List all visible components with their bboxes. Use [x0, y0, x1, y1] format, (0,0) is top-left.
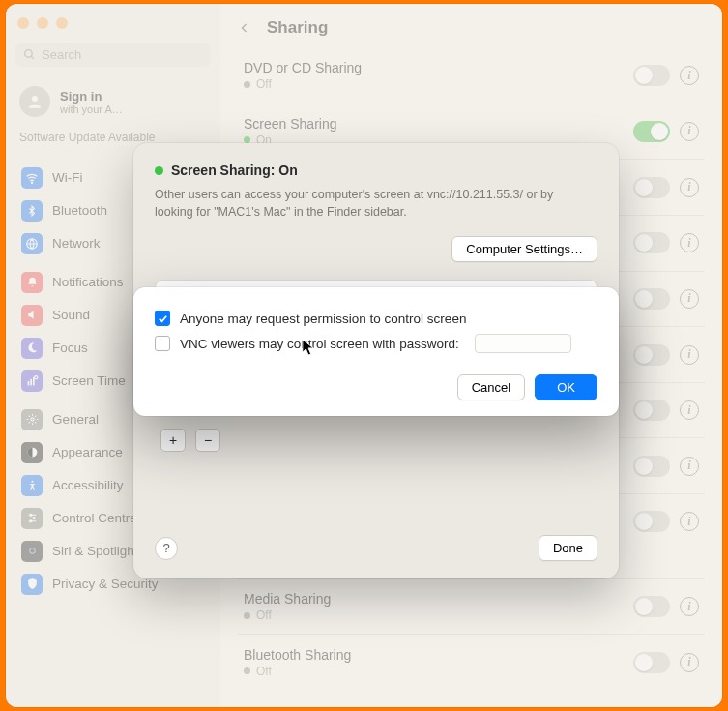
svg-line-1 [31, 56, 34, 59]
sidebar-item-label: Privacy & Security [52, 577, 159, 591]
svg-rect-5 [27, 381, 29, 385]
page-title: Sharing [267, 18, 328, 38]
zoom-window-button[interactable] [56, 17, 68, 29]
account-name: Sign in [60, 89, 123, 104]
toggle[interactable] [633, 456, 670, 477]
svg-point-16 [33, 518, 35, 519]
info-button[interactable]: i [680, 178, 699, 197]
access-icon [21, 475, 43, 496]
row-title: Media Sharing [244, 591, 331, 607]
sidebar-item-label: Control Centre [52, 511, 137, 525]
control-icon [21, 508, 43, 529]
svg-point-8 [34, 376, 37, 379]
sidebar-item-label: Bluetooth [52, 203, 107, 218]
row-status: Off [256, 665, 272, 678]
search-placeholder: Search [42, 47, 81, 62]
option-anyone-request[interactable]: Anyone may request permission to control… [155, 307, 597, 330]
toggle[interactable] [633, 177, 670, 198]
wifi-icon [21, 167, 43, 189]
row-title: DVD or CD Sharing [244, 60, 362, 75]
sidebar-item-label: Accessibility [52, 478, 124, 492]
sidebar-item-label: Siri & Spotlight [52, 544, 138, 558]
account-row[interactable]: Sign in with your A… [15, 80, 211, 127]
sheet-title-row: Screen Sharing: On [155, 163, 597, 178]
svg-point-9 [30, 418, 33, 421]
status-dot-icon [244, 612, 250, 619]
help-icon: ? [162, 541, 169, 555]
minus-icon: − [204, 432, 212, 448]
svg-point-18 [27, 546, 38, 556]
option-vnc-password-label: VNC viewers may control screen with pass… [180, 337, 459, 351]
search-icon [23, 48, 36, 61]
remove-user-button[interactable]: − [195, 429, 220, 452]
info-button[interactable]: i [680, 512, 699, 531]
info-button[interactable]: i [680, 457, 699, 476]
toggle[interactable] [633, 121, 670, 142]
toggle[interactable] [633, 65, 670, 86]
row-title: Screen Sharing [244, 116, 337, 132]
toggle[interactable] [633, 400, 670, 421]
info-button[interactable]: i [680, 653, 699, 672]
option-vnc-password[interactable]: VNC viewers may control screen with pass… [155, 330, 597, 357]
plus-icon: + [169, 432, 177, 448]
gear-icon [21, 409, 43, 430]
info-button[interactable]: i [680, 345, 699, 365]
vnc-password-field[interactable] [475, 334, 571, 353]
account-sub: with your A… [60, 104, 123, 115]
computer-settings-dialog: Anyone may request permission to control… [133, 287, 619, 416]
sidebar-item-label: Appearance [52, 445, 123, 459]
appearance-icon [21, 442, 43, 463]
info-button[interactable]: i [680, 597, 699, 616]
status-dot-on-icon [155, 166, 163, 175]
svg-rect-6 [30, 379, 32, 386]
info-button[interactable]: i [680, 233, 699, 252]
close-window-button[interactable] [17, 17, 29, 29]
svg-point-17 [29, 520, 31, 522]
toggle[interactable] [633, 288, 670, 310]
cancel-button[interactable]: Cancel [457, 374, 525, 400]
status-dot-icon [244, 667, 250, 674]
svg-point-0 [25, 50, 33, 58]
traffic-lights [15, 14, 211, 39]
back-button[interactable] [234, 17, 255, 39]
row-title: Bluetooth Sharing [244, 647, 351, 663]
toggle[interactable] [633, 232, 670, 253]
info-button[interactable]: i [680, 289, 699, 309]
toggle[interactable] [633, 344, 670, 366]
screentime-icon [21, 370, 43, 392]
add-user-button[interactable]: + [160, 429, 186, 452]
help-button[interactable]: ? [155, 537, 178, 560]
info-button[interactable]: i [680, 122, 699, 141]
checkbox-vnc-password[interactable] [155, 336, 170, 351]
info-button[interactable]: i [680, 66, 699, 85]
checkmark-icon [158, 313, 168, 324]
avatar-icon [19, 86, 50, 117]
status-dot-icon [244, 81, 250, 88]
toggle[interactable] [633, 511, 670, 532]
sharing-row-media-sharing: Media SharingOffi [238, 578, 705, 635]
focus-icon [21, 338, 43, 359]
row-status: Off [256, 77, 272, 91]
computer-settings-button[interactable]: Computer Settings… [451, 236, 597, 262]
sound-icon [21, 305, 43, 326]
minimize-window-button[interactable] [37, 17, 48, 29]
sidebar-item-label: Wi-Fi [52, 170, 82, 185]
info-button[interactable]: i [680, 400, 699, 420]
toggle[interactable] [633, 596, 670, 617]
svg-point-15 [29, 514, 31, 516]
ok-button[interactable]: OK [535, 374, 597, 400]
sidebar-item-label: General [52, 412, 99, 427]
search-field[interactable]: Search [15, 43, 211, 67]
sidebar-item-label: Focus [52, 341, 88, 355]
svg-point-3 [31, 182, 32, 183]
siri-icon [21, 541, 43, 562]
checkbox-anyone-request[interactable] [155, 311, 170, 326]
settings-window: Search Sign in with your A… Software Upd… [6, 4, 722, 707]
content-header: Sharing [220, 4, 722, 48]
toggle[interactable] [633, 652, 670, 673]
done-button[interactable]: Done [539, 535, 597, 561]
bluetooth-icon [21, 200, 43, 222]
svg-point-2 [32, 96, 38, 102]
privacy-icon [21, 574, 43, 595]
sheet-description: Other users can access your computer's s… [155, 186, 597, 221]
